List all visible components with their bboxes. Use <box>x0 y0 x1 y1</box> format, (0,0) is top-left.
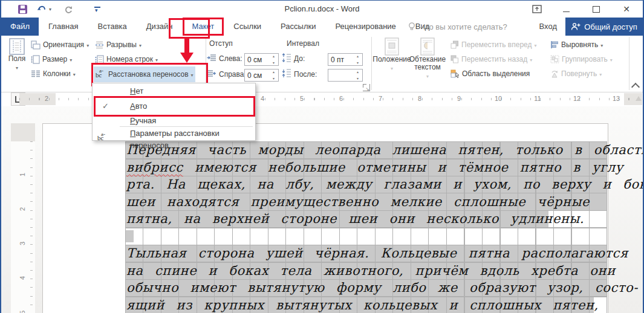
send-backward-button[interactable]: Переместить назад <box>449 53 534 66</box>
chevron-down-icon <box>191 70 194 79</box>
maximize-icon <box>593 6 600 13</box>
wrap-text-button[interactable]: Обтекание текстом <box>409 37 446 80</box>
chevron-down-icon <box>426 71 429 80</box>
ribbon-display-options-icon <box>532 5 542 13</box>
chevron-down-icon <box>86 40 89 49</box>
menu-item-manual[interactable]: Ручная <box>93 115 255 127</box>
text-line[interactable] <box>125 228 607 245</box>
callout-arrow <box>184 37 189 53</box>
tab-home[interactable]: Главная <box>39 18 88 36</box>
tab-review[interactable]: Рецензирование <box>325 18 405 36</box>
maximize-button[interactable] <box>587 3 605 15</box>
chevron-down-icon <box>600 40 603 49</box>
spinner-arrows[interactable] <box>270 69 278 81</box>
indent-right-icon <box>207 69 216 78</box>
orientation-button[interactable]: Ориентация <box>29 38 91 51</box>
tab-insert[interactable]: Вставка <box>88 18 136 36</box>
window-title: Pclion.ru.docx - Word <box>1 4 643 13</box>
ruler-number: 10 <box>495 95 502 102</box>
menu-item-auto[interactable]: Авто <box>93 100 255 112</box>
tab-mailings[interactable]: Рассылки <box>271 18 325 36</box>
chevron-down-icon <box>16 63 18 71</box>
paragraph-dialog-launcher-icon[interactable] <box>363 84 370 91</box>
vertical-ruler[interactable]: 1 2 3 4 5 <box>11 123 35 313</box>
text-line[interactable]: рта. На щеках, на лбу, между глазами и у… <box>125 176 607 193</box>
spinner-arrows[interactable] <box>354 69 362 81</box>
indent-left-label: Слева: <box>219 54 242 63</box>
spinner-arrows[interactable] <box>354 54 362 65</box>
text-line[interactable]: Тыльная сторона ушей чёрная. Кольцевые п… <box>125 245 607 262</box>
close-button[interactable]: ✕ <box>617 3 636 15</box>
chevron-down-icon <box>155 55 158 63</box>
hyphenation-button[interactable]: Расстановка переносов <box>94 66 195 82</box>
ruler-number: 8 <box>418 95 421 102</box>
ruler-number: 12 <box>573 95 581 102</box>
text-line[interactable]: пятна, на верхней стороне шеи они нескол… <box>125 210 607 228</box>
chevron-down-icon <box>599 69 602 78</box>
selection-pane-button[interactable]: Область выделения <box>449 67 532 80</box>
ruler-number: 1 <box>19 168 26 176</box>
breaks-button[interactable]: Разрывы <box>93 38 143 51</box>
chevron-down-icon <box>534 40 536 49</box>
bring-forward-icon <box>450 40 459 49</box>
ruler-number: 3 <box>19 237 26 245</box>
sign-in-button[interactable]: Вход <box>539 18 557 36</box>
spacing-after-input[interactable] <box>328 69 363 82</box>
right-indent-marker[interactable] <box>636 96 642 101</box>
person-add-icon <box>571 22 581 31</box>
text-line[interactable]: ящий из крупных вытянутых кольцевых и сп… <box>125 297 607 313</box>
spinner-arrows[interactable] <box>270 54 278 65</box>
menu-item-hyphenation-options[interactable]: Параметры расстановки переносов... <box>93 127 255 140</box>
spacing-header: Интервал <box>287 39 319 48</box>
breaks-icon <box>95 40 104 50</box>
ruler-number: 5 <box>19 306 26 313</box>
minimize-button[interactable] <box>557 3 575 15</box>
columns-button[interactable]: Колонки <box>29 67 77 80</box>
position-button[interactable]: Положение <box>376 37 408 72</box>
size-icon <box>31 55 40 64</box>
spacing-before-input[interactable]: 0 пт <box>328 53 363 66</box>
indent-left-icon <box>207 54 216 62</box>
bring-forward-button[interactable]: Переместить вперед <box>449 38 539 51</box>
send-backward-icon <box>450 55 459 63</box>
tab-design[interactable]: Дизайн <box>137 18 183 36</box>
tab-file[interactable]: Файл <box>1 18 39 36</box>
vruler-top-margin <box>11 123 35 141</box>
close-icon: ✕ <box>623 4 630 14</box>
text-line[interactable]: шеи находятся преимущественно мелкие спл… <box>125 193 607 211</box>
chevron-down-icon <box>530 55 532 63</box>
ruler-number: 7 <box>379 95 382 102</box>
tab-layout[interactable]: Макет <box>183 18 224 36</box>
indent-header: Отступ <box>209 39 233 48</box>
margins-icon <box>9 38 25 55</box>
text-line[interactable]: обычно имеют вытянутую форму либо же обр… <box>125 279 607 297</box>
share-button[interactable]: Общий доступ <box>565 18 643 36</box>
menu-item-none[interactable]: Нет <box>93 85 255 97</box>
indent-right-input[interactable]: 0 см <box>244 69 279 82</box>
chevron-down-icon <box>73 69 76 78</box>
line-numbers-button[interactable]: Номера строк <box>93 53 160 66</box>
group-button[interactable]: Группировать <box>548 53 614 66</box>
chevron-down-icon <box>70 55 72 63</box>
text-body: Передняя часть морды леопарда лишена пят… <box>125 141 607 313</box>
hyphenation-icon <box>96 69 106 79</box>
size-button[interactable]: Размер <box>29 53 74 66</box>
columns-icon <box>31 69 41 78</box>
align-button[interactable]: Выровнять <box>548 38 605 51</box>
ruler-number: 11 <box>534 95 541 102</box>
group-icon <box>550 55 559 63</box>
spacing-before-icon <box>282 53 291 62</box>
rotate-icon <box>550 69 559 78</box>
selection-pane-icon <box>450 69 460 78</box>
collapse-ribbon-button[interactable] <box>633 84 639 90</box>
margins-button[interactable]: Поля <box>5 38 29 71</box>
text-line[interactable]: на спине и боках тела животного, причём … <box>125 262 607 280</box>
text-line[interactable]: вибрисс имеются небольшие отметины и тём… <box>125 159 607 176</box>
ribbon-display-options-button[interactable] <box>528 3 546 15</box>
tab-references[interactable]: Ссылки <box>224 18 271 36</box>
vruler-ticks <box>30 141 33 313</box>
indent-left-input[interactable]: 0 см <box>244 53 279 66</box>
rotate-button[interactable]: Повернуть <box>548 67 603 80</box>
share-label: Общий доступ <box>584 22 637 31</box>
tell-me-box[interactable]: Что вы хотите сделать? <box>408 18 507 36</box>
